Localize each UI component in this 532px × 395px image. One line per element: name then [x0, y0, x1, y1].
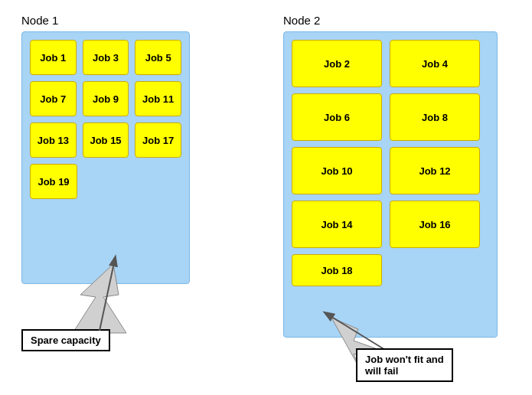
- job-cell: Job 19: [30, 164, 77, 199]
- job-cell: Job 2: [292, 40, 382, 87]
- job-wont-fit-line2: will fail: [365, 365, 444, 377]
- job-cell: Job 12: [390, 147, 480, 194]
- node2-label: Node 2: [283, 14, 498, 27]
- job-cell: Job 4: [390, 40, 480, 87]
- job-row: Job 2 Job 4: [292, 40, 489, 87]
- job-cell: Job 17: [135, 122, 181, 158]
- node2-box: Job 2 Job 4 Job 6 Job 8 Job 10 Job 12 Jo…: [283, 31, 498, 338]
- job-cell: Job 10: [292, 147, 382, 194]
- job-cell: Job 13: [30, 122, 77, 158]
- job-row: Job 19: [30, 164, 181, 199]
- job-row: Job 13 Job 15 Job 17: [30, 122, 181, 158]
- job-cell: Job 11: [135, 81, 181, 116]
- job-cell: Job 16: [390, 201, 480, 248]
- job-cell: Job 9: [83, 81, 129, 116]
- job-row: Job 10 Job 12: [292, 147, 489, 194]
- job-cell: Job 14: [292, 201, 382, 248]
- job-cell: Job 3: [83, 40, 129, 75]
- job-wont-fit-line1: Job won't fit and: [365, 354, 444, 365]
- spare-capacity-callout: Spare capacity: [21, 329, 110, 351]
- job-cell-job18: Job 18: [292, 254, 382, 286]
- node1-box: Job 1 Job 3 Job 5 Job 7 Job 9 Job 11 Job…: [21, 31, 190, 284]
- job-row: Job 6 Job 8: [292, 93, 489, 141]
- job-row: Job 18: [292, 254, 489, 286]
- job-cell: Job 7: [30, 81, 77, 116]
- node1-label: Node 1: [21, 14, 190, 27]
- job-cell: Job 1: [30, 40, 77, 75]
- job-row: Job 14 Job 16: [292, 201, 489, 248]
- job-cell: Job 5: [135, 40, 181, 75]
- job-row: Job 7 Job 9 Job 11: [30, 81, 181, 116]
- job-cell: Job 6: [292, 93, 382, 141]
- job-cell: Job 8: [390, 93, 480, 141]
- job-cell: Job 15: [83, 122, 129, 158]
- job-wont-fit-callout: Job won't fit and will fail: [356, 348, 453, 382]
- spare-capacity-text: Spare capacity: [31, 335, 101, 346]
- job-row: Job 1 Job 3 Job 5: [30, 40, 181, 75]
